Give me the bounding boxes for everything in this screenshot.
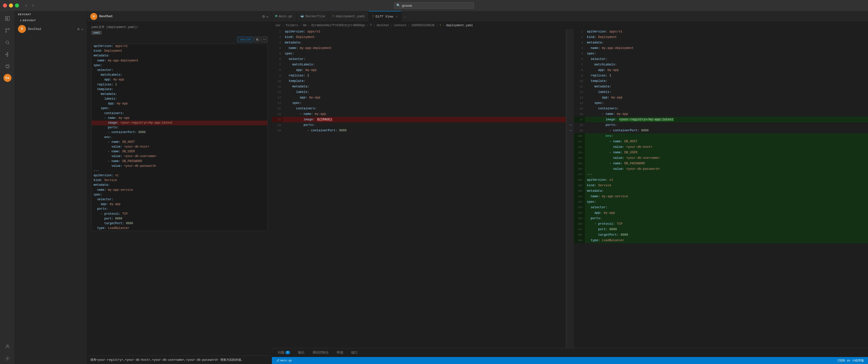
svg-rect-2 — [7, 17, 9, 21]
breadcrumb-var[interactable]: var — [275, 24, 281, 27]
bottom-tab-problems[interactable]: 问题 7 — [276, 348, 292, 357]
activity-icon-git[interactable] — [2, 49, 13, 60]
breadcrumb-devchat[interactable]: devChat — [377, 24, 389, 27]
code-line: - name: my-app — [92, 116, 268, 120]
bottom-tab-terminal[interactable]: 终端 — [335, 348, 345, 357]
chat-content: yaml文件 (deployment.yaml): yaml View Diff… — [87, 22, 272, 356]
activity-icon-search[interactable] — [2, 37, 13, 48]
svg-point-11 — [7, 358, 8, 359]
diff-line-right-39: 39+ type: LoadBalancer — [574, 238, 868, 243]
chat-message: yaml文件 (deployment.yaml): yaml View Diff… — [91, 25, 268, 231]
chat-item-devchat[interactable]: D DevChat ⚙ ✏ — [15, 23, 87, 35]
breadcrumb-timestamp[interactable]: 1699855338636 — [411, 24, 435, 27]
diff-pane-right[interactable]: 1 apiVersion: apps/v1 2 kind: Deployment… — [574, 29, 868, 348]
chat-settings-icon[interactable]: ⚙ — [262, 14, 265, 19]
csdn-label: CSDN on 小程序版 — [838, 359, 864, 363]
settings-icon[interactable]: ⚙ — [77, 26, 80, 32]
breadcrumb-deployment-yaml[interactable]: deployment.yaml — [446, 24, 473, 27]
tab-label-diff-view: Diff View — [376, 15, 393, 19]
code-line: spec: — [92, 106, 268, 111]
bottom-tab-output[interactable]: 输出 — [296, 348, 307, 357]
activity-bar: Co — [0, 11, 15, 364]
code-line: selector: — [92, 197, 268, 202]
breadcrumb-context[interactable]: context — [394, 24, 406, 27]
breadcrumb-t[interactable]: T — [370, 24, 372, 27]
diff-editor: 1 apiVersion: apps/v1 2 kind: Deployment… — [272, 29, 868, 348]
bottom-tab-debug[interactable]: 调试控制台 — [311, 348, 331, 357]
diff-line-right-28: 28+ apiVersion: v1 — [574, 177, 868, 183]
tab-diff-view[interactable]: ! Diff View ✕ — [369, 11, 401, 22]
back-button[interactable]: ‹ — [25, 3, 28, 8]
view-diff-button[interactable]: View Diff — [237, 37, 253, 42]
yaml-badge: yaml — [91, 31, 102, 35]
diff-inline-add: <your-registry>/my-app:latest — [619, 118, 674, 121]
svg-point-5 — [8, 28, 9, 30]
sidebar-section[interactable]: ∨ DEVCHAT — [15, 18, 87, 23]
tab-icon-go: M — [275, 15, 277, 18]
tab-main-go[interactable]: M main.go — [272, 11, 297, 22]
svg-point-4 — [5, 31, 7, 32]
diff-arrow-20: → — [566, 128, 574, 133]
diff-line-right-1: 1 apiVersion: apps/v1 — [574, 29, 868, 34]
status-branch[interactable]: ⎇ main.go — [275, 359, 293, 363]
activity-icon-extensions[interactable] — [2, 61, 13, 72]
diff-line-right-7: 7 matchLabels: — [574, 62, 868, 67]
code-line: ports: — [92, 207, 268, 212]
tab-bar-more[interactable]: … — [401, 11, 409, 22]
diff-pane-left[interactable]: 1 apiVersion: apps/v1 2 kind: Deployment… — [272, 29, 566, 348]
diff-line-left-12: 12 labels: — [272, 89, 566, 95]
code-line: - name: DB_PASSWORD — [92, 159, 268, 164]
titlebar-search[interactable]: 🔍 — [394, 2, 474, 9]
bottom-tab-ports[interactable]: 端口 — [349, 348, 360, 357]
diff-line-right-18: 18 ports: — [574, 122, 868, 128]
code-line: name: my-app-deployment — [92, 58, 268, 63]
user-avatar[interactable]: Co — [3, 74, 11, 82]
diff-line-right-11: 11 metadata: — [574, 84, 868, 89]
svg-point-8 — [7, 56, 8, 57]
breadcrumb-folders[interactable]: folders — [286, 24, 298, 27]
status-csdn[interactable]: CSDN on 小程序版 — [837, 359, 865, 363]
sidebar-chat-list: D DevChat ⚙ ✏ — [15, 23, 87, 364]
diff-line-left-17: 17 image: ${IMAGE} — [272, 117, 566, 122]
activity-icon-explorer[interactable] — [2, 13, 13, 24]
svg-point-9 — [5, 54, 6, 55]
tab-dockerfile[interactable]: 🐳 Dockerfile — [297, 11, 329, 22]
diff-line-right-8: 8 app: my-app — [574, 67, 868, 73]
chat-panel-title: DevChat — [99, 15, 260, 18]
sidebar-chevron: ∨ — [20, 19, 22, 22]
code-line: metadata: — [92, 183, 268, 188]
new-chat-icon[interactable]: ✏ — [81, 26, 84, 32]
more-options-button[interactable]: ⋯ — [261, 37, 268, 42]
diff-line-right-20: 20+ env: — [574, 133, 868, 139]
maximize-button[interactable] — [15, 3, 19, 7]
diff-line-right-9: 9 replicas: 1 — [574, 73, 868, 78]
forward-button[interactable]: › — [32, 3, 34, 8]
sidebar: DEVCHAT ∨ DEVCHAT D DevChat ⚙ ✏ — [15, 11, 87, 364]
sidebar-header: DEVCHAT — [15, 11, 87, 18]
close-button[interactable] — [3, 3, 7, 7]
diff-line-left-3: 3 metadata: — [272, 40, 566, 46]
activity-icon-settings[interactable] — [2, 353, 13, 364]
code-line: value: <your-db-host> — [92, 144, 268, 149]
diff-line-right-35: 35+ ports: — [574, 216, 868, 221]
breadcrumb-hash[interactable]: 0zrmmkbd4bz7fr8385cbjtr40000gn — [311, 24, 365, 27]
activity-icon-account[interactable] — [2, 341, 13, 352]
breadcrumb-8m[interactable]: 8m — [303, 24, 306, 27]
tab-close-diff[interactable]: ✕ — [396, 15, 398, 19]
tab-deployment-yaml[interactable]: ! deployment.yaml — [329, 11, 369, 22]
copy-button[interactable]: ⧉ — [254, 37, 260, 42]
diff-line-left-8: 8 app: my-app — [272, 67, 566, 73]
diff-line-left-1: 1 apiVersion: apps/v1 — [272, 29, 566, 34]
chat-panel-avatar: D — [90, 13, 97, 20]
new-message-icon[interactable]: ✏ — [266, 14, 269, 19]
search-input[interactable] — [402, 4, 472, 7]
code-line: containers: — [92, 111, 268, 116]
diff-line-right-13: 13 app: my-app — [574, 95, 868, 101]
minimize-button[interactable] — [9, 3, 13, 7]
code-line: app: my-app — [92, 202, 268, 207]
breadcrumb-exclaim[interactable]: ! — [439, 24, 441, 27]
code-line: kind: Deployment — [92, 49, 268, 53]
activity-icon-source-control[interactable] — [2, 25, 13, 36]
tab-bar: M main.go 🐳 Dockerfile ! deployment.yaml… — [272, 11, 868, 22]
diff-line-left-18: 18 ports: — [272, 122, 566, 128]
